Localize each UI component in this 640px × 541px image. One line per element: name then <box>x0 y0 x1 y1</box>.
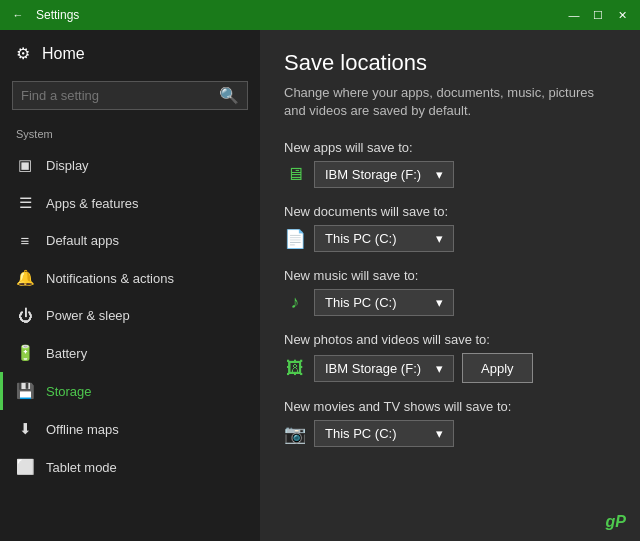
photos-save-controls: 🖼 IBM Storage (F:) ▾ Apply <box>284 353 616 383</box>
home-label: Home <box>42 45 85 63</box>
home-icon: ⚙ <box>16 44 30 63</box>
storage-icon: 💾 <box>16 382 34 400</box>
music-row-icon: ♪ <box>284 292 306 313</box>
docs-save-controls: 📄 This PC (C:) ▾ <box>284 225 616 252</box>
apps-dropdown-chevron: ▾ <box>436 167 443 182</box>
title-bar: ← Settings — ☐ ✕ <box>0 0 640 30</box>
tablet-mode-icon: ⬜ <box>16 458 34 476</box>
sidebar-item-default-label: Default apps <box>46 233 119 248</box>
sidebar-item-display[interactable]: ▣ Display <box>0 146 260 184</box>
apply-button[interactable]: Apply <box>462 353 533 383</box>
apps-save-label: New apps will save to: <box>284 140 616 155</box>
sidebar-item-default-apps[interactable]: ≡ Default apps <box>0 222 260 259</box>
search-icon: 🔍 <box>219 86 239 105</box>
page-title: Save locations <box>284 50 616 76</box>
apps-dropdown[interactable]: IBM Storage (F:) ▾ <box>314 161 454 188</box>
music-dropdown-value: This PC (C:) <box>325 295 397 310</box>
apps-save-controls: 🖥 IBM Storage (F:) ▾ <box>284 161 616 188</box>
back-button[interactable]: ← <box>8 5 28 25</box>
docs-save-label: New documents will save to: <box>284 204 616 219</box>
battery-icon: 🔋 <box>16 344 34 362</box>
display-icon: ▣ <box>16 156 34 174</box>
maximize-button[interactable]: ☐ <box>588 5 608 25</box>
main-container: ⚙ Home 🔍 System ▣ Display ☰ Apps & featu… <box>0 30 640 541</box>
search-input[interactable] <box>21 88 213 103</box>
movies-save-label: New movies and TV shows will save to: <box>284 399 616 414</box>
sidebar-item-power-label: Power & sleep <box>46 308 130 323</box>
sidebar-item-offline-maps[interactable]: ⬇ Offline maps <box>0 410 260 448</box>
music-dropdown-chevron: ▾ <box>436 295 443 310</box>
apps-dropdown-value: IBM Storage (F:) <box>325 167 421 182</box>
music-save-controls: ♪ This PC (C:) ▾ <box>284 289 616 316</box>
photos-row-icon: 🖼 <box>284 358 306 379</box>
music-save-label: New music will save to: <box>284 268 616 283</box>
save-row-photos: New photos and videos will save to: 🖼 IB… <box>284 332 616 383</box>
apps-icon: ☰ <box>16 194 34 212</box>
save-row-music: New music will save to: ♪ This PC (C:) ▾ <box>284 268 616 316</box>
notifications-icon: 🔔 <box>16 269 34 287</box>
back-icon: ← <box>13 9 24 21</box>
movies-dropdown-chevron: ▾ <box>436 426 443 441</box>
offline-maps-icon: ⬇ <box>16 420 34 438</box>
minimize-button[interactable]: — <box>564 5 584 25</box>
sidebar-item-tablet-mode[interactable]: ⬜ Tablet mode <box>0 448 260 486</box>
sidebar-item-apps-features[interactable]: ☰ Apps & features <box>0 184 260 222</box>
movies-save-controls: 📷 This PC (C:) ▾ <box>284 420 616 447</box>
save-row-apps: New apps will save to: 🖥 IBM Storage (F:… <box>284 140 616 188</box>
sidebar-item-notifications-label: Notifications & actions <box>46 271 174 286</box>
docs-dropdown[interactable]: This PC (C:) ▾ <box>314 225 454 252</box>
system-section-label: System <box>0 122 260 146</box>
sidebar: ⚙ Home 🔍 System ▣ Display ☰ Apps & featu… <box>0 30 260 541</box>
sidebar-item-apps-label: Apps & features <box>46 196 139 211</box>
sidebar-home[interactable]: ⚙ Home <box>0 30 260 77</box>
photos-dropdown[interactable]: IBM Storage (F:) ▾ <box>314 355 454 382</box>
docs-dropdown-chevron: ▾ <box>436 231 443 246</box>
sidebar-item-display-label: Display <box>46 158 89 173</box>
photos-save-label: New photos and videos will save to: <box>284 332 616 347</box>
search-box[interactable]: 🔍 <box>12 81 248 110</box>
sidebar-item-power-sleep[interactable]: ⏻ Power & sleep <box>0 297 260 334</box>
sidebar-item-storage-label: Storage <box>46 384 92 399</box>
content-panel: Save locations Change where your apps, d… <box>260 30 640 541</box>
apps-row-icon: 🖥 <box>284 164 306 185</box>
sidebar-item-offline-label: Offline maps <box>46 422 119 437</box>
sidebar-item-tablet-label: Tablet mode <box>46 460 117 475</box>
save-row-documents: New documents will save to: 📄 This PC (C… <box>284 204 616 252</box>
page-description: Change where your apps, documents, music… <box>284 84 616 120</box>
power-icon: ⏻ <box>16 307 34 324</box>
sidebar-item-battery[interactable]: 🔋 Battery <box>0 334 260 372</box>
window-controls: — ☐ ✕ <box>564 5 632 25</box>
close-button[interactable]: ✕ <box>612 5 632 25</box>
movies-row-icon: 📷 <box>284 423 306 445</box>
music-dropdown[interactable]: This PC (C:) ▾ <box>314 289 454 316</box>
movies-dropdown[interactable]: This PC (C:) ▾ <box>314 420 454 447</box>
sidebar-item-storage[interactable]: 💾 Storage <box>0 372 260 410</box>
save-row-movies: New movies and TV shows will save to: 📷 … <box>284 399 616 447</box>
watermark: gP <box>606 513 626 531</box>
sidebar-item-battery-label: Battery <box>46 346 87 361</box>
sidebar-item-notifications[interactable]: 🔔 Notifications & actions <box>0 259 260 297</box>
default-apps-icon: ≡ <box>16 232 34 249</box>
docs-row-icon: 📄 <box>284 228 306 250</box>
photos-dropdown-value: IBM Storage (F:) <box>325 361 421 376</box>
docs-dropdown-value: This PC (C:) <box>325 231 397 246</box>
photos-dropdown-chevron: ▾ <box>436 361 443 376</box>
movies-dropdown-value: This PC (C:) <box>325 426 397 441</box>
window-title: Settings <box>36 8 79 22</box>
